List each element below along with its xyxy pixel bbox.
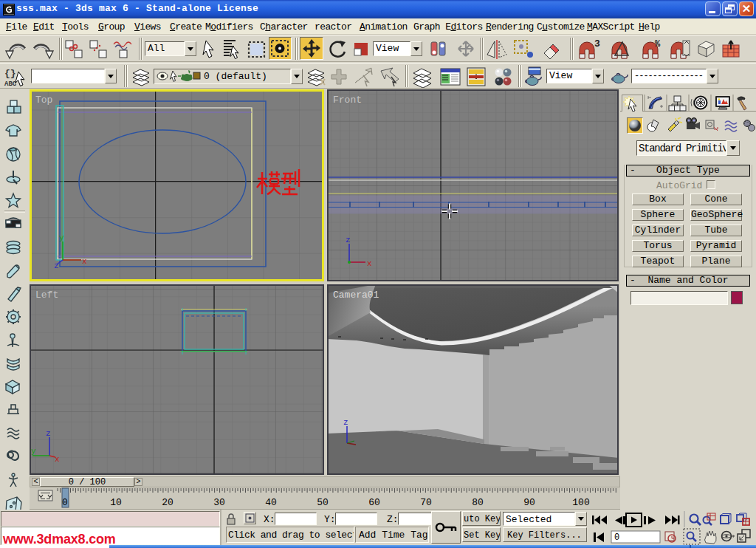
svg-text:80: 80: [472, 497, 484, 508]
svg-text:50: 50: [317, 497, 329, 508]
svg-text:{}: {}: [4, 68, 16, 79]
svg-text:0: 0: [62, 497, 68, 508]
svg-text:0: 0: [614, 532, 619, 543]
svg-text:30: 30: [213, 497, 225, 508]
svg-text:90: 90: [523, 497, 535, 508]
svg-text:ABC: ABC: [4, 81, 17, 88]
svg-text:70: 70: [420, 497, 432, 508]
svg-text:100: 100: [572, 497, 589, 508]
svg-text:20: 20: [162, 497, 173, 508]
svg-text:%: %: [655, 39, 661, 49]
svg-text:40: 40: [265, 497, 277, 508]
svg-text:3: 3: [594, 38, 600, 49]
svg-text:60: 60: [368, 497, 380, 508]
svg-text:10: 10: [110, 497, 122, 508]
